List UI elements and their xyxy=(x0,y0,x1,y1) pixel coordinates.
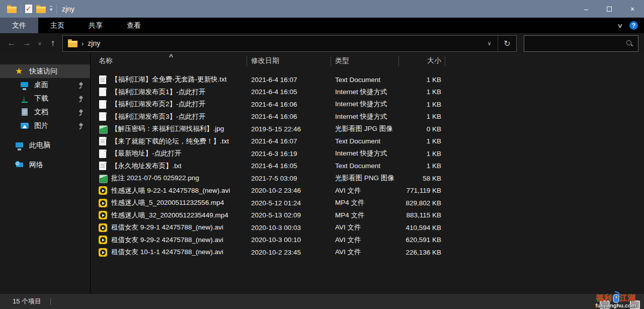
file-date-modified: 2021-6-4 16:07 xyxy=(247,76,331,84)
qat-customize-caret-icon[interactable]: ▾ xyxy=(50,6,52,12)
file-row[interactable]: 【福利江湖发布页3】-点此打开2021-6-4 16:06Internet 快捷… xyxy=(91,111,644,123)
file-date-modified: 2020-5-13 02:09 xyxy=(247,211,331,219)
column-headers: ∧ 名称 修改日期 类型 大小 xyxy=(91,53,644,68)
url-file-icon xyxy=(99,100,107,109)
file-row[interactable]: 【福利江湖发布页2】-点此打开2021-6-4 16:06Internet 快捷… xyxy=(91,98,644,111)
file-size: 1 KB xyxy=(399,113,445,120)
file-row[interactable]: 【福利江湖发布页1】-点此打开2021-6-4 16:05Internet 快捷… xyxy=(91,86,644,99)
forward-button[interactable]: → xyxy=(20,37,33,50)
sidebar-item[interactable]: 文档 xyxy=(0,105,90,119)
file-size: 771,119 KB xyxy=(399,187,445,194)
file-date-modified: 2020-10-2 23:45 xyxy=(247,249,331,256)
file-size: 0 KB xyxy=(399,125,445,133)
sidebar-item-label: 图片 xyxy=(34,121,48,130)
breadcrumb-current-folder[interactable]: zjny xyxy=(88,39,100,47)
file-name: 【来了就能下载的论坛，纯免费！】.txt xyxy=(111,137,229,146)
ribbon-collapse-icon[interactable]: ∨ xyxy=(617,22,623,29)
breadcrumb-chevron-icon[interactable]: › xyxy=(82,40,84,47)
recent-locations-icon[interactable]: ∨ xyxy=(35,37,44,50)
file-type: AVI 文件 xyxy=(331,248,399,257)
file-type: Text Document xyxy=(331,76,399,84)
file-row[interactable]: 租借女友 10-1-1 42475788_(new).avi2020-10-2 … xyxy=(91,246,644,259)
file-size: 58 KB xyxy=(399,175,445,182)
column-header-type[interactable]: 类型 xyxy=(331,53,399,68)
file-date-modified: 2021-7-5 03:09 xyxy=(247,175,331,182)
window-controls: – × xyxy=(575,0,644,18)
sidebar-item-label: 桌面 xyxy=(34,81,48,90)
vid-file-icon xyxy=(99,210,107,220)
file-name: 性感迷人喵 9-22-1 42475788_(new).avi xyxy=(111,186,230,195)
file-row[interactable]: 租借女友 9-29-1 42475788_(new).avi2020-10-3 … xyxy=(91,221,644,234)
quick-access-toolbar: ▾ xyxy=(0,5,57,14)
new-folder-icon[interactable] xyxy=(36,7,46,13)
sidebar-item[interactable]: 此电脑 xyxy=(0,138,90,152)
url-file-icon xyxy=(99,112,107,121)
up-button[interactable]: ↑ xyxy=(46,37,59,50)
file-row[interactable]: 【来了就能下载的论坛，纯免费！】.txt2021-6-4 16:07Text D… xyxy=(91,135,644,148)
file-row[interactable]: 【福利江湖】全免费-无套路-更新快.txt2021-6-4 16:07Text … xyxy=(91,73,644,86)
file-name: 批注 2021-07-05 025922.png xyxy=(111,174,199,183)
file-list: ∧ 名称 修改日期 类型 大小 【福利江湖】全免费-无套路-更新快.txt202… xyxy=(91,53,644,294)
back-button[interactable]: ← xyxy=(5,37,18,50)
file-row[interactable]: 批注 2021-07-05 025922.png2021-7-5 03:09光影… xyxy=(91,172,644,185)
navigation-bar: ← → ∨ ↑ › zjny ∨ ↻ xyxy=(0,33,644,53)
app-folder-icon xyxy=(7,7,17,13)
help-icon[interactable]: ? xyxy=(629,21,638,30)
img-file-icon xyxy=(99,124,107,134)
file-type: AVI 文件 xyxy=(331,223,399,232)
column-header-name[interactable]: 名称 xyxy=(91,53,247,68)
file-name: 【福利江湖发布页3】-点此打开 xyxy=(111,112,206,121)
file-type: MP4 文件 xyxy=(331,211,399,220)
tab-主页[interactable]: 主页 xyxy=(38,18,76,33)
titlebar: ▾ zjny – × xyxy=(0,0,644,18)
tab-文件[interactable]: 文件 xyxy=(0,18,38,33)
file-row[interactable]: 性感迷人喵_32_20200512235449.mp42020-5-13 02:… xyxy=(91,209,644,222)
refresh-button[interactable]: ↻ xyxy=(498,36,516,51)
sidebar-item[interactable]: 网络 xyxy=(0,158,90,172)
file-size: 1 KB xyxy=(399,88,445,96)
pin-icon xyxy=(78,96,84,101)
file-rows: 【福利江湖】全免费-无套路-更新快.txt2021-6-4 16:07Text … xyxy=(91,68,644,259)
file-date-modified: 2020-5-12 01:24 xyxy=(247,199,331,207)
mouse-icon xyxy=(613,294,619,303)
tab-查看[interactable]: 查看 xyxy=(115,18,153,33)
sidebar-item-label: 此电脑 xyxy=(29,141,50,150)
maximize-button[interactable] xyxy=(598,0,621,18)
address-bar[interactable]: › zjny ∨ ↻ xyxy=(62,35,517,52)
close-button[interactable]: × xyxy=(621,0,644,18)
items-count: 15 个项目 xyxy=(13,297,41,306)
pin-icon xyxy=(78,82,84,88)
file-row[interactable]: 租借女友 9-29-2 42475788_(new).avi2020-10-3 … xyxy=(91,234,644,247)
sidebar-item[interactable]: 桌面 xyxy=(0,78,90,92)
file-name: 【福利江湖发布页1】-点此打开 xyxy=(111,88,206,97)
sidebar-item[interactable]: 下载 xyxy=(0,92,90,105)
file-row[interactable]: 【最新地址】-点此打开2021-6-3 16:19Internet 快捷方式1 … xyxy=(91,147,644,160)
search-icon xyxy=(626,40,633,47)
file-row[interactable]: 【解压密码：来福利江湖找福利】.jpg2019-5-15 22:46光影看图 J… xyxy=(91,123,644,135)
sidebar-item[interactable]: 图片 xyxy=(0,119,90,132)
file-row[interactable]: 性感迷人喵_5_20200511232556.mp42020-5-12 01:2… xyxy=(91,197,644,209)
minimize-button[interactable]: – xyxy=(575,0,598,18)
file-date-modified: 2021-6-3 16:19 xyxy=(247,150,331,158)
sidebar-item-label: 网络 xyxy=(29,161,43,170)
file-type: AVI 文件 xyxy=(331,186,399,195)
column-header-size[interactable]: 大小 xyxy=(399,53,445,68)
properties-icon[interactable] xyxy=(25,5,32,13)
column-header-date[interactable]: 修改日期 xyxy=(247,53,331,68)
qat-separator-2 xyxy=(56,5,57,14)
ribbon-tabs: 文件主页共享查看 ∨ ? xyxy=(0,18,644,33)
monitor-icon xyxy=(20,81,29,90)
file-size: 1 KB xyxy=(399,76,445,84)
file-size: 1 KB xyxy=(399,162,445,170)
search-input[interactable] xyxy=(524,40,626,47)
search-box[interactable] xyxy=(524,35,638,52)
file-date-modified: 2021-6-4 16:05 xyxy=(247,88,331,96)
file-size: 620,591 KB xyxy=(399,236,445,244)
tab-共享[interactable]: 共享 xyxy=(76,18,115,33)
file-row[interactable]: 性感迷人喵 9-22-1 42475788_(new).avi2020-10-2… xyxy=(91,185,644,197)
sidebar-item[interactable]: 快速访问 xyxy=(0,64,90,78)
file-date-modified: 2021-6-4 16:06 xyxy=(247,101,331,108)
file-row[interactable]: 【永久地址发布页】.txt2021-6-4 16:05Text Document… xyxy=(91,160,644,173)
address-dropdown-icon[interactable]: ∨ xyxy=(481,36,498,51)
file-name: 【解压密码：来福利江湖找福利】.jpg xyxy=(111,124,224,133)
